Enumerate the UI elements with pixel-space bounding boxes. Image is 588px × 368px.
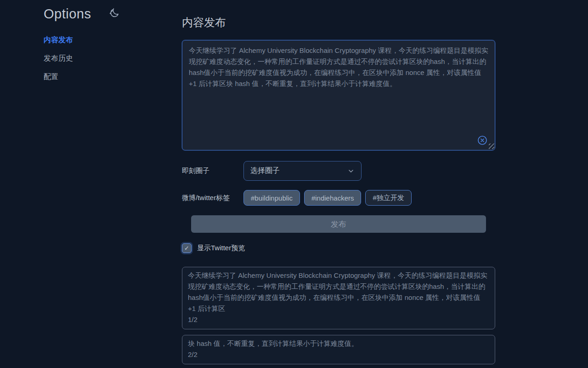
twitter-preview-label: 显示Twitter预览 xyxy=(197,244,245,253)
sidebar-item-content-publish[interactable]: 内容发布 xyxy=(44,35,182,45)
tag-indiehackers-button[interactable]: #indiehackers xyxy=(304,190,362,206)
options-page: Options 内容发布 发布历史 配置 内容发布 今天继续学习了 A xyxy=(0,0,588,368)
twitter-preview-toggle-row: ✓ 显示Twitter预览 xyxy=(182,243,495,253)
sidebar-nav: 内容发布 发布历史 配置 xyxy=(44,35,182,82)
clear-content-button[interactable] xyxy=(477,135,488,146)
check-icon: ✓ xyxy=(184,245,189,252)
sidebar-item-config[interactable]: 配置 xyxy=(44,72,182,82)
circle-select-value: 选择圈子 xyxy=(250,166,280,176)
twitter-preview-checkbox[interactable]: ✓ xyxy=(182,243,192,253)
tag-duli-kaifa-button[interactable]: #独立开发 xyxy=(365,190,411,206)
composer: 今天继续学习了 Alchemy University Blockchain Cr… xyxy=(182,40,495,150)
tweet-preview-1-text: 今天继续学习了 Alchemy University Blockchain Cr… xyxy=(188,270,489,314)
tweet-preview-2-text: 块 hash 值，不断重复，直到计算结果小于计算难度值。 xyxy=(188,338,489,349)
tags-row: 微博/twitter标签 #buildinpublic #indiehacker… xyxy=(182,190,495,206)
chevron-down-icon xyxy=(347,167,355,175)
tag-buildinpublic-button[interactable]: #buildinpublic xyxy=(243,190,300,206)
tweet-preview-2-page: 2/2 xyxy=(188,349,489,360)
sidebar-title: Options xyxy=(44,6,91,22)
tags-label: 微博/twitter标签 xyxy=(182,194,243,202)
moon-stars-icon xyxy=(108,14,120,21)
page-title: 内容发布 xyxy=(182,15,495,30)
main-content: 内容发布 今天继续学习了 Alchemy University Blockcha… xyxy=(182,0,495,368)
sidebar: Options 内容发布 发布历史 配置 xyxy=(0,0,182,368)
theme-toggle-button[interactable] xyxy=(108,7,120,21)
sidebar-item-publish-history[interactable]: 发布历史 xyxy=(44,54,182,63)
tweet-preview-2: 块 hash 值，不断重复，直到计算结果小于计算难度值。 2/2 xyxy=(182,335,495,364)
publish-button[interactable]: 发布 xyxy=(191,215,486,233)
sidebar-header: Options xyxy=(44,6,182,22)
tweet-preview-1-page: 1/2 xyxy=(188,314,489,325)
circle-x-icon xyxy=(477,140,488,147)
circle-select-label: 即刻圈子 xyxy=(182,167,243,175)
content-textarea[interactable]: 今天继续学习了 Alchemy University Blockchain Cr… xyxy=(182,40,495,150)
circle-select[interactable]: 选择圈子 xyxy=(243,161,362,181)
tweet-preview-1: 今天继续学习了 Alchemy University Blockchain Cr… xyxy=(182,267,495,329)
circle-select-row: 即刻圈子 选择圈子 xyxy=(182,161,495,181)
